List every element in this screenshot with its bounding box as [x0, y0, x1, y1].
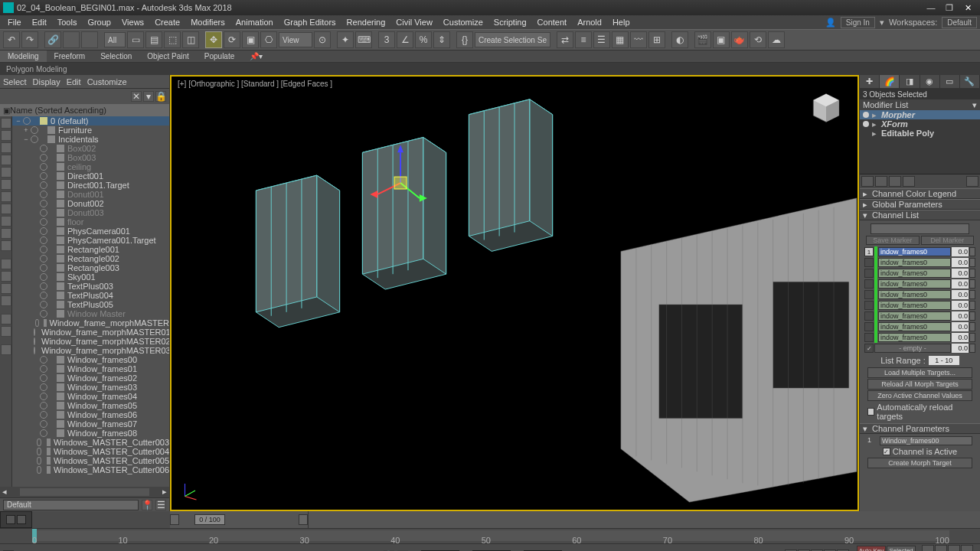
scene-hscroll[interactable]: ◂▸ — [0, 487, 169, 497]
scene-node[interactable]: TextPlus004 — [12, 291, 169, 300]
spinner-icon[interactable] — [969, 311, 975, 321]
ribbon-tab-selection[interactable]: Selection — [93, 51, 139, 62]
script-min-icon[interactable] — [6, 515, 15, 524]
channel-row[interactable]: indow_frames00.0 — [864, 300, 975, 311]
filter-spacewarps-icon[interactable] — [1, 179, 11, 190]
visibility-icon[interactable] — [40, 236, 47, 244]
menu-customize[interactable]: Customize — [439, 18, 488, 27]
filter-hidden-icon[interactable] — [1, 259, 11, 269]
modifier-stack[interactable]: ▸Morpher ▸XForm ▸Editable Poly — [860, 110, 980, 138]
zoom-extents-icon[interactable] — [948, 545, 960, 551]
channel-checkbox[interactable]: ✓ — [864, 344, 874, 353]
channel-slot[interactable]: indow_frames0 — [878, 322, 951, 331]
viewcube-icon[interactable] — [807, 89, 845, 127]
ribbon-tab-freeform[interactable]: Freeform — [47, 51, 93, 62]
visibility-icon[interactable] — [37, 439, 41, 446]
visibility-icon[interactable] — [40, 163, 47, 171]
visibility-icon[interactable] — [40, 218, 47, 226]
curve-editor-button[interactable]: 〰 — [630, 31, 647, 48]
visibility-icon[interactable] — [37, 466, 41, 474]
visibility-icon[interactable] — [40, 227, 47, 235]
ribbon-tab-populate[interactable]: Populate — [197, 51, 242, 62]
rollout-channel-legend[interactable]: ▸Channel Color Legend — [860, 188, 980, 199]
selection-filter[interactable]: All — [104, 32, 126, 47]
unlink-button[interactable] — [63, 31, 80, 48]
visibility-icon[interactable] — [35, 319, 38, 327]
menu-scripting[interactable]: Scripting — [489, 18, 531, 27]
toggle-ribbon-button[interactable]: ▦ — [612, 31, 629, 48]
undo-button[interactable]: ↶ — [3, 31, 20, 48]
visibility-icon[interactable] — [40, 429, 47, 437]
channel-checkbox[interactable] — [864, 301, 874, 310]
scene-node[interactable]: Donut002 — [12, 199, 169, 208]
scene-node[interactable]: −Incidentals — [12, 135, 169, 144]
manipulate-button[interactable]: ✦ — [337, 31, 354, 48]
visibility-icon[interactable] — [40, 154, 47, 161]
show-end-icon[interactable] — [875, 176, 887, 187]
channel-value[interactable]: 0.0 — [952, 301, 969, 310]
visibility-icon[interactable] — [34, 337, 35, 345]
visibility-icon[interactable] — [37, 448, 41, 455]
bind-button[interactable] — [81, 31, 98, 48]
visibility-icon[interactable] — [40, 383, 47, 391]
align-button[interactable]: ≡ — [575, 31, 592, 48]
scene-node[interactable]: Donut003 — [12, 208, 169, 217]
filter-cameras-icon[interactable] — [1, 155, 11, 165]
filter-xrefs-icon[interactable] — [1, 204, 11, 214]
menu-animation[interactable]: Animation — [231, 18, 278, 27]
minimize-button[interactable]: — — [922, 2, 940, 14]
menu-civilview[interactable]: Civil View — [391, 18, 436, 27]
rollout-channel-params[interactable]: ▾Channel Parameters — [860, 423, 980, 434]
visibility-icon[interactable] — [40, 292, 47, 299]
ribbon-group-polymodeling[interactable]: Polygon Modeling — [0, 63, 980, 75]
visibility-icon[interactable] — [40, 282, 47, 290]
filter-containers-icon[interactable] — [1, 228, 11, 239]
scene-node[interactable]: Window_frames07 — [12, 419, 169, 429]
ribbon-tab-objectpaint[interactable]: Object Paint — [139, 51, 196, 62]
scene-node[interactable]: Rectangle001 — [12, 245, 169, 254]
scene-node[interactable]: Box003 — [12, 153, 169, 162]
channel-row[interactable]: indow_frames00.0 — [864, 321, 975, 332]
signin-button[interactable]: Sign In — [841, 17, 875, 28]
scene-node[interactable]: ceiling — [12, 162, 169, 171]
cmd-tab-create[interactable]: ✚ — [860, 75, 880, 88]
spinner-icon[interactable] — [969, 333, 975, 342]
menu-rendering[interactable]: Rendering — [342, 18, 390, 27]
select-region-button[interactable]: ⬚ — [164, 31, 181, 48]
visibility-icon[interactable] — [34, 328, 35, 336]
visibility-icon[interactable] — [40, 365, 47, 373]
channel-value[interactable]: 0.0 — [952, 333, 969, 342]
menu-tools[interactable]: Tools — [53, 18, 82, 27]
scene-options-icon[interactable]: ☰ — [155, 500, 166, 510]
channel-row[interactable]: indow_frames00.0 — [864, 311, 975, 321]
cmd-tab-display[interactable]: ▭ — [940, 75, 960, 88]
channel-name-field[interactable]: Window_frames00 — [880, 436, 972, 445]
scene-menu-select[interactable]: Select — [3, 77, 27, 86]
channel-row[interactable]: indow_frames00.0 — [864, 268, 975, 279]
zoom-icon[interactable] — [922, 545, 934, 551]
channel-row[interactable]: indow_frames00.0 — [864, 289, 975, 300]
scene-node[interactable]: Windows_MASTER_Cutter006 — [12, 465, 169, 474]
visibility-icon[interactable] — [40, 310, 47, 318]
viewport[interactable]: [+] [Orthographic ] [Standard ] [Edged F… — [170, 75, 859, 511]
named-selection-dropdown[interactable]: Create Selection Se — [475, 32, 550, 47]
channel-row[interactable]: indow_frames00.0 — [864, 257, 975, 268]
script-toggle[interactable] — [0, 511, 32, 528]
autokey-button[interactable]: Auto Key — [857, 546, 886, 551]
scene-node[interactable]: Windows_MASTER_Cutter005 — [12, 456, 169, 465]
close-button[interactable]: ✕ — [959, 2, 977, 14]
reload-targets-button[interactable]: Reload All Morph Targets — [867, 379, 972, 390]
spinner-icon[interactable] — [969, 258, 975, 267]
unique-icon[interactable] — [889, 176, 901, 187]
scene-pin-icon[interactable]: 📍 — [142, 500, 152, 510]
channel-slot[interactable]: indow_frames0 — [878, 279, 951, 289]
scene-node[interactable]: Box002 — [12, 144, 169, 153]
visibility-icon[interactable] — [40, 181, 47, 189]
ribbon-pin-icon[interactable]: 📌▾ — [242, 51, 270, 62]
spinner-icon[interactable] — [969, 301, 975, 310]
filter-geometry-icon[interactable] — [1, 118, 11, 129]
script-max-icon[interactable] — [17, 515, 26, 524]
visibility-icon[interactable] — [40, 411, 47, 419]
menu-create[interactable]: Create — [150, 18, 185, 27]
link-button[interactable]: 🔗 — [44, 31, 61, 48]
